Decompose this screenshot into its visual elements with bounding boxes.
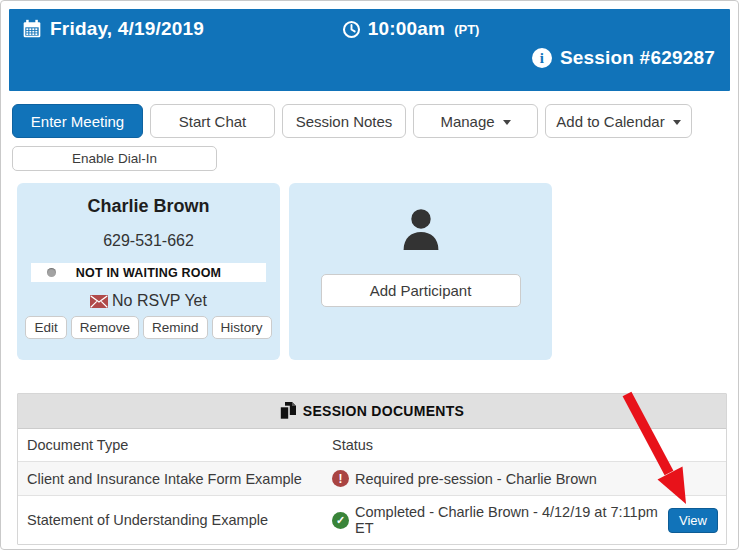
rsvp-status: No RSVP Yet (17, 292, 280, 310)
add-to-calendar-dropdown-button[interactable]: Add to Calendar (545, 104, 692, 138)
person-silhouette-icon (399, 206, 443, 252)
column-header-status: Status (323, 429, 726, 462)
enter-meeting-button[interactable]: Enter Meeting (12, 104, 143, 138)
participants-row: Charlie Brown 629-531-662 NOT IN WAITING… (17, 183, 730, 360)
waiting-room-status: NOT IN WAITING ROOM (31, 263, 266, 282)
session-time: 10:00am (368, 18, 445, 40)
session-number: Session #629287 (560, 47, 715, 69)
document-status: Completed - Charlie Brown - 4/12/19 at 7… (355, 504, 662, 536)
participant-history-button[interactable]: History (212, 316, 272, 339)
document-row: Client and Insurance Intake Form Example… (18, 462, 726, 496)
participant-name: Charlie Brown (17, 183, 280, 217)
session-documents-title: SESSION DOCUMENTS (303, 403, 464, 419)
session-toolbar: Enter Meeting Start Chat Session Notes M… (12, 104, 730, 138)
caret-down-icon (673, 120, 681, 125)
start-chat-button[interactable]: Start Chat (150, 104, 275, 138)
completed-status-icon (332, 512, 349, 529)
clock-icon (342, 20, 361, 39)
documents-icon (280, 402, 296, 420)
document-row: Statement of Understanding Example Compl… (18, 496, 726, 545)
session-notes-button[interactable]: Session Notes (282, 104, 406, 138)
document-type: Statement of Understanding Example (18, 496, 323, 545)
session-documents-section: SESSION DOCUMENTS Document Type Status C… (17, 393, 727, 545)
envelope-icon (90, 295, 108, 308)
session-date: Friday, 4/19/2019 (50, 18, 204, 40)
participant-phone: 629-531-662 (17, 232, 280, 250)
remove-participant-button[interactable]: Remove (71, 316, 139, 339)
edit-participant-button[interactable]: Edit (25, 316, 66, 339)
add-to-calendar-label: Add to Calendar (556, 113, 664, 130)
caret-down-icon (503, 120, 511, 125)
session-documents-header: SESSION DOCUMENTS (18, 394, 726, 429)
document-type: Client and Insurance Intake Form Example (18, 462, 323, 496)
session-timezone: (PT) (454, 22, 479, 37)
required-status-icon (332, 470, 349, 487)
info-icon: i (532, 48, 552, 68)
view-document-button[interactable]: View (668, 508, 718, 533)
remind-participant-button[interactable]: Remind (143, 316, 208, 339)
session-panel: Friday, 4/19/2019 10:00am (PT) i Session… (0, 0, 739, 550)
participant-card: Charlie Brown 629-531-662 NOT IN WAITING… (17, 183, 280, 360)
session-banner: Friday, 4/19/2019 10:00am (PT) i Session… (9, 9, 730, 91)
document-status: Required pre-session - Charlie Brown (355, 471, 597, 487)
column-header-document-type: Document Type (18, 429, 323, 462)
presence-dot-icon (47, 268, 56, 277)
waiting-room-status-text: NOT IN WAITING ROOM (76, 266, 221, 280)
manage-dropdown-button[interactable]: Manage (413, 104, 538, 138)
calendar-icon (22, 19, 42, 39)
add-participant-button[interactable]: Add Participant (321, 274, 521, 307)
rsvp-status-text: No RSVP Yet (112, 292, 207, 310)
add-participant-card: Add Participant (289, 183, 552, 360)
manage-label: Manage (440, 113, 494, 130)
documents-column-header-row: Document Type Status (18, 429, 726, 462)
enable-dial-in-button[interactable]: Enable Dial-In (12, 146, 217, 171)
